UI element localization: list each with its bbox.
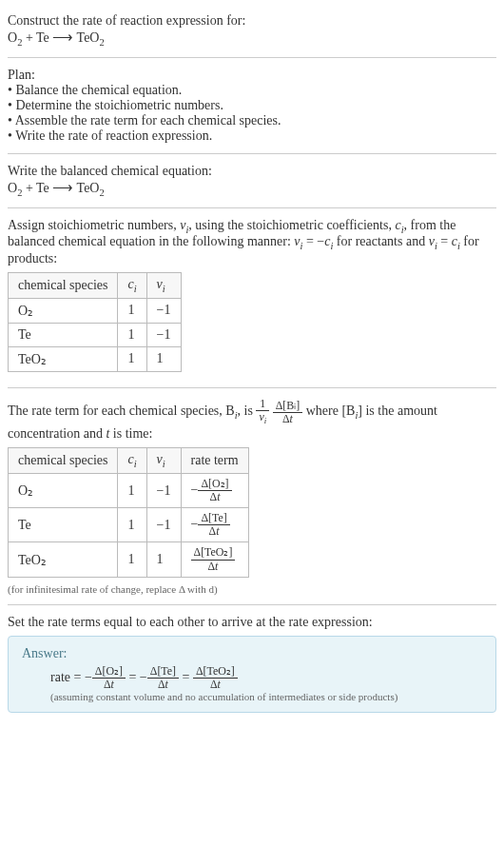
table-row: O₂ 1 −1 — [9, 298, 182, 323]
plan-item: • Determine the stoichiometric numbers. — [8, 98, 496, 113]
rhs-teo: TeO — [73, 30, 99, 45]
cell-c: 1 — [118, 542, 146, 577]
divider — [8, 57, 496, 58]
rate-expression: rate = −Δ[O₂]Δt = −Δ[Te]Δt = Δ[TeO₂]Δt — [22, 665, 482, 691]
divider — [8, 153, 496, 154]
stoich-table: chemical species ci νi O₂ 1 −1 Te 1 −1 T… — [8, 272, 182, 372]
col-species: chemical species — [9, 448, 118, 474]
col-nui: νi — [146, 273, 181, 299]
fraction: Δ[Te]Δt — [147, 665, 179, 691]
cell-nu: −1 — [146, 298, 181, 323]
cell-c: 1 — [118, 508, 146, 542]
stoich-section: Assign stoichiometric numbers, νi, using… — [8, 212, 496, 384]
cell-species: Te — [9, 508, 118, 542]
fraction: Δ[Te]Δt — [198, 512, 229, 538]
col-species: chemical species — [9, 273, 118, 299]
col-ci: ci — [118, 273, 146, 299]
fraction: 1 νi — [256, 398, 269, 426]
balanced-section: Write the balanced chemical equation: O2… — [8, 158, 496, 204]
cell-c: 1 — [118, 346, 146, 371]
fraction: Δ[O₂]Δt — [92, 665, 126, 691]
cell-nu: 1 — [146, 542, 181, 577]
cell-rate: −Δ[Te]Δt — [181, 508, 248, 542]
cell-nu: −1 — [146, 508, 181, 542]
fraction: Δ[O₂]Δt — [198, 478, 231, 503]
cell-rate: Δ[TeO₂]Δt — [181, 542, 248, 577]
rateterm-note: (for infinitesimal rate of change, repla… — [8, 583, 496, 595]
balanced-title: Write the balanced chemical equation: — [8, 164, 496, 179]
table-header-row: chemical species ci νi rate term — [9, 448, 249, 474]
rateterm-table: chemical species ci νi rate term O₂ 1 −1… — [8, 447, 249, 577]
cell-species: O₂ — [9, 298, 118, 323]
final-title: Set the rate terms equal to each other t… — [8, 615, 496, 630]
plan-item: • Balance the chemical equation. — [8, 83, 496, 98]
answer-label: Answer: — [22, 646, 482, 661]
cell-nu: 1 — [146, 346, 181, 371]
cell-c: 1 — [118, 474, 146, 508]
answer-box: Answer: rate = −Δ[O₂]Δt = −Δ[Te]Δt = Δ[T… — [8, 636, 496, 713]
table-row: O₂ 1 −1 −Δ[O₂]Δt — [9, 474, 249, 508]
numerator: 1 — [256, 398, 269, 411]
cell-species: Te — [9, 323, 118, 346]
cell-c: 1 — [118, 298, 146, 323]
numerator: Δ[Bᵢ] — [273, 400, 303, 413]
cell-species: O₂ — [9, 474, 118, 508]
table-row: TeO₂ 1 1 — [9, 346, 182, 371]
cell-rate: −Δ[O₂]Δt — [181, 474, 248, 508]
plan-item: • Write the rate of reaction expression. — [8, 128, 496, 144]
reaction-equation: O2 + Te ⟶ TeO2 — [8, 29, 496, 48]
divider — [8, 604, 496, 605]
plan-item: • Assemble the rate term for each chemic… — [8, 113, 496, 128]
cell-species: TeO₂ — [9, 346, 118, 371]
cell-nu: −1 — [146, 323, 181, 346]
header-section: Construct the rate of reaction expressio… — [8, 8, 496, 53]
table-row: Te 1 −1 −Δ[Te]Δt — [9, 508, 249, 542]
table-header-row: chemical species ci νi — [9, 273, 182, 299]
table-row: Te 1 −1 — [9, 323, 182, 346]
final-note: (assuming constant volume and no accumul… — [22, 691, 482, 702]
fraction: Δ[TeO₂]Δt — [191, 546, 236, 572]
arrow-icon: ⟶ — [52, 29, 73, 45]
fraction: Δ[TeO₂]Δt — [193, 665, 238, 691]
rhs-teo-sub: 2 — [99, 37, 104, 48]
stoich-intro: Assign stoichiometric numbers, νi, using… — [8, 218, 496, 267]
plan-title: Plan: — [8, 68, 496, 83]
col-nui: νi — [146, 448, 181, 474]
denominator: νi — [256, 411, 269, 426]
page-title: Construct the rate of reaction expressio… — [8, 13, 496, 29]
divider — [8, 387, 496, 388]
rateterm-section: The rate term for each chemical species,… — [8, 392, 496, 600]
cell-nu: −1 — [146, 474, 181, 508]
lhs-o: O — [8, 30, 17, 45]
final-section: Set the rate terms equal to each other t… — [8, 609, 496, 718]
cell-c: 1 — [118, 323, 146, 346]
table-row: TeO₂ 1 1 Δ[TeO₂]Δt — [9, 542, 249, 577]
fraction: Δ[Bᵢ] Δt — [273, 400, 303, 425]
rateterm-intro: The rate term for each chemical species,… — [8, 398, 496, 442]
arrow-icon: ⟶ — [52, 179, 73, 195]
balanced-equation: O2 + Te ⟶ TeO2 — [8, 179, 496, 198]
cell-species: TeO₂ — [9, 542, 118, 577]
plus-te: + Te — [22, 30, 52, 45]
denominator: Δt — [273, 413, 303, 425]
col-rate: rate term — [181, 448, 248, 474]
col-ci: ci — [118, 448, 146, 474]
divider — [8, 207, 496, 208]
plan-section: Plan: • Balance the chemical equation. •… — [8, 62, 496, 149]
